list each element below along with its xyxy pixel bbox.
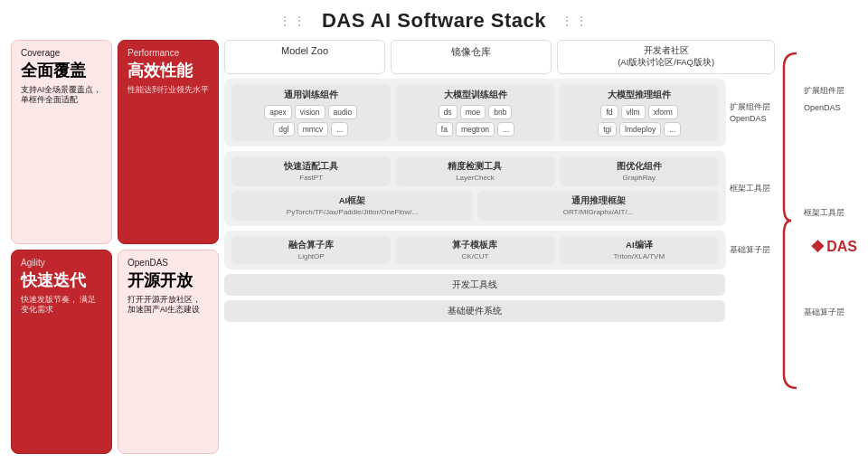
opendas-desc: 打开开源开放社区， 加速国产AI生态建设 (127, 295, 209, 317)
framework-tools-row: 快速适配工具 FastPT 精度检测工具 LayerCheck 图优化组件 Gr… (231, 156, 719, 186)
framework-section-box: 快速适配工具 FastPT 精度检测工具 LayerCheck 图优化组件 Gr… (224, 151, 726, 226)
page: ⋮⋮ DAS AI Software Stack ⋮⋮ Coverage 全面覆… (0, 0, 868, 463)
right-stack: Model Zoo 镜像仓库 开发者社区 (AI版块讨论区/FAQ版块) 通用训… (224, 40, 775, 454)
ckcut-tool: 算子模板库 CK/CUT (395, 236, 554, 264)
opendas-label: OpenDAS (127, 258, 209, 268)
tag-tgi: tgi (598, 122, 617, 137)
das-logo: ❖ DAS (810, 237, 857, 257)
mirror-repo-item: 镜像仓库 (391, 40, 552, 74)
inference-framework-box: 通用推理框架 ORT/MIGraphx/AIT/... (477, 191, 719, 221)
coverage-label: Coverage (21, 48, 102, 58)
hardware-spacer (730, 300, 775, 322)
framework-row: 快速适配工具 FastPT 精度检测工具 LayerCheck 图优化组件 Gr… (224, 151, 775, 226)
bottom-row: Agility 快速迭代 快速发版节奏， 满足变化需求 OpenDAS 开源开放… (11, 250, 219, 454)
layercheck-title: 精度检测工具 (402, 161, 547, 173)
tag-dgl: dgl (273, 122, 294, 137)
tag-fd: fd (600, 105, 618, 119)
coverage-panel: Coverage 全面覆盖 支持AI全场景覆盖点， 单框件全面适配 (11, 40, 112, 244)
layercheck-sub: LayerCheck (402, 174, 547, 182)
model-zoo-item: Model Zoo (224, 40, 385, 74)
framework-label-area: 框架工具层 (730, 151, 775, 226)
coverage-title-zh: 全面覆盖 (21, 61, 102, 81)
performance-label: Performance (127, 48, 209, 58)
top-bar: Model Zoo 镜像仓库 开发者社区 (AI版块讨论区/FAQ版块) (224, 40, 775, 74)
agility-panel: Agility 快速迭代 快速发版节奏， 满足变化需求 (11, 250, 112, 454)
ops-layer-label: 基础算子层 (730, 244, 770, 256)
training-groups: 通用训练组件 apex vision audio dgl mmcv ... (231, 84, 719, 141)
opendas-panel: OpenDAS 开源开放 打开开源开放社区， 加速国产AI生态建设 (118, 250, 219, 454)
ai-compile-title: AI编译 (567, 240, 712, 251)
main-body: Coverage 全面覆盖 支持AI全场景覆盖点， 单框件全面适配 Perfor… (11, 40, 857, 454)
llm-training-title: 大模型训练组件 (401, 89, 550, 101)
training-section-box: 通用训练组件 apex vision audio dgl mmcv ... (224, 79, 726, 146)
bottom-bars: 开发工具线 (224, 274, 775, 296)
training-label-area: 扩展组件层 OpenDAS (730, 79, 775, 146)
right-sidebar: 扩展组件层OpenDAS 框架工具层 基础算子层 ❖ DAS (780, 40, 857, 454)
inference-framework-title: 通用推理框架 (485, 195, 712, 207)
lightop-tool: 融合算子库 LightOP (231, 236, 391, 264)
lightop-title: 融合算子库 (239, 240, 383, 251)
tag-mmcv: mmcv (297, 122, 329, 137)
llm-inference-group: 大模型推理组件 fd vllm xform tgi lmdeploy ... (560, 84, 719, 141)
ops-layer-side-label: 基础算子层 (804, 302, 844, 318)
agility-label: Agility (21, 258, 102, 268)
dev-tools-bar: 开发工具线 (224, 274, 725, 296)
expand-layer-text: 扩展组件层OpenDAS (804, 86, 844, 112)
das-icon: ❖ (810, 237, 825, 257)
llm-inference-title: 大模型推理组件 (565, 89, 713, 101)
general-training-title: 通用训练组件 (237, 89, 385, 101)
general-training-row2: dgl mmcv ... (237, 122, 385, 137)
hardware-bar: 基础硬件系统 (224, 300, 725, 322)
ai-compile-tool: AI编译 Triton/XLA/TVM (560, 236, 719, 264)
hardware-row: 基础硬件系统 (224, 300, 775, 322)
header: ⋮⋮ DAS AI Software Stack ⋮⋮ (11, 9, 857, 33)
top-row: Coverage 全面覆盖 支持AI全场景覆盖点， 单框件全面适配 Perfor… (11, 40, 219, 244)
training-row: 通用训练组件 apex vision audio dgl mmcv ... (224, 79, 775, 146)
general-training-group: 通用训练组件 apex vision audio dgl mmcv ... (231, 84, 391, 141)
dots-left-icon: ⋮⋮ (278, 14, 307, 28)
llm-training-row1: ds moe bnb (401, 105, 550, 119)
llm-inference-row2: tgi lmdeploy ... (565, 122, 713, 137)
graphray-title: 图优化组件 (567, 161, 712, 173)
framework-wide-row: AI框架 PyTorch/TF/Jax/Paddle/Jittor/OneFlo… (231, 191, 719, 221)
graphray-sub: GraphRay (567, 174, 712, 182)
tag-bnb: bnb (488, 105, 512, 119)
ckcut-sub: CK/CUT (402, 252, 547, 260)
fastpt-sub: FastPT (239, 174, 383, 182)
ai-compile-sub: Triton/XLA/TVM (567, 252, 712, 260)
performance-title-zh: 高效性能 (127, 61, 209, 81)
tag-dots1: ... (331, 122, 348, 137)
ai-framework-box: AI框架 PyTorch/TF/Jax/Paddle/Jittor/OneFlo… (231, 191, 473, 221)
brace-svg (780, 49, 798, 392)
page-title: DAS AI Software Stack (322, 9, 546, 33)
ops-layer-side-text: 基础算子层 (804, 307, 844, 317)
framework-layer-side-text: 框架工具层 (804, 208, 844, 217)
tag-xform: xform (648, 105, 678, 119)
tag-dots3: ... (664, 122, 681, 137)
tag-megtron: megtron (456, 122, 495, 137)
ops-tools-row: 融合算子库 LightOP 算子模板库 CK/CUT AI编译 Triton/X… (231, 236, 719, 264)
ckcut-title: 算子模板库 (402, 240, 547, 251)
tag-ds: ds (439, 105, 458, 119)
agility-desc: 快速发版节奏， 满足变化需求 (21, 295, 102, 317)
general-training-row1: apex vision audio (237, 105, 385, 119)
framework-layer-side-label: 框架工具层 (804, 203, 844, 219)
lightop-sub: LightOP (239, 252, 383, 260)
das-logo-text: ❖ DAS (810, 237, 857, 257)
llm-inference-row1: fd vllm xform (565, 105, 713, 119)
expand-layer-label: 扩展组件层OpenDAS (804, 80, 844, 114)
framework-layer-label: 框架工具层 (730, 183, 770, 194)
fastpt-tool: 快速适配工具 FastPT (231, 156, 391, 186)
llm-training-group: 大模型训练组件 ds moe bnb fa megtron ... (396, 84, 555, 141)
tag-apex: apex (264, 105, 291, 119)
left-panels: Coverage 全面覆盖 支持AI全场景覆盖点， 单框件全面适配 Perfor… (11, 40, 219, 454)
ai-framework-title: AI框架 (239, 195, 466, 207)
ops-label-area: 基础算子层 (730, 231, 775, 269)
tag-moe: moe (460, 105, 486, 119)
tag-vision: vision (295, 105, 326, 119)
tag-dots2: ... (497, 122, 514, 137)
tag-lmdeploy: lmdeploy (619, 122, 661, 137)
inference-framework-sub: ORT/MIGraphx/AIT/... (485, 208, 712, 216)
das-text: DAS (826, 239, 857, 255)
training-layer-label: 扩展组件层 OpenDAS (730, 101, 770, 124)
